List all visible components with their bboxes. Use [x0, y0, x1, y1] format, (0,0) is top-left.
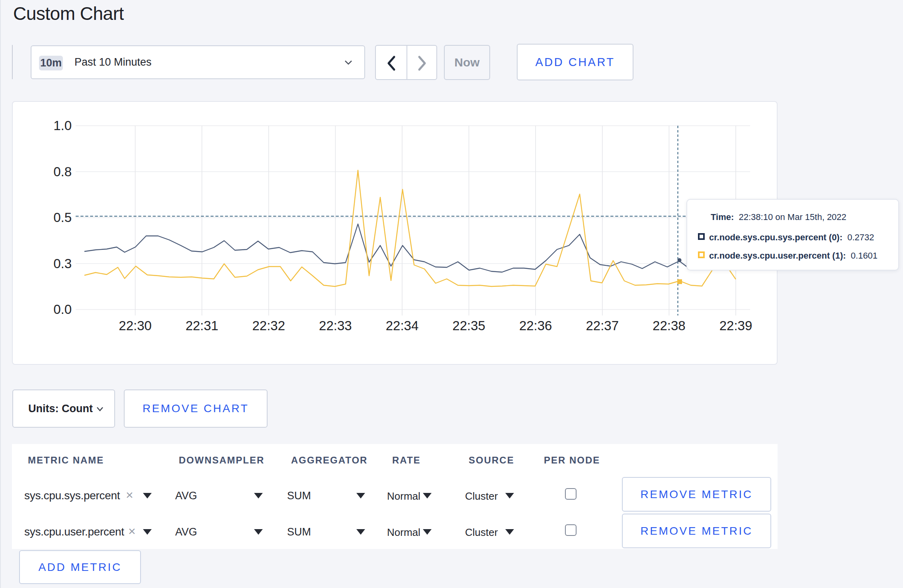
svg-text:1.0: 1.0	[53, 118, 72, 133]
svg-text:22:32: 22:32	[252, 318, 285, 333]
svg-text:0.3: 0.3	[53, 256, 72, 271]
svg-text:22:34: 22:34	[386, 318, 419, 333]
svg-text:0.5: 0.5	[53, 210, 72, 225]
svg-text:22:39: 22:39	[719, 318, 752, 333]
svg-text:22:35: 22:35	[452, 318, 485, 333]
svg-text:0.8: 0.8	[53, 164, 72, 179]
svg-text:22:36: 22:36	[519, 318, 552, 333]
svg-text:22:38: 22:38	[653, 318, 686, 333]
svg-text:22:30: 22:30	[119, 318, 152, 333]
svg-text:22:33: 22:33	[319, 318, 352, 333]
svg-text:0.0: 0.0	[53, 302, 72, 317]
svg-text:22:31: 22:31	[186, 318, 219, 333]
svg-text:22:37: 22:37	[586, 318, 619, 333]
